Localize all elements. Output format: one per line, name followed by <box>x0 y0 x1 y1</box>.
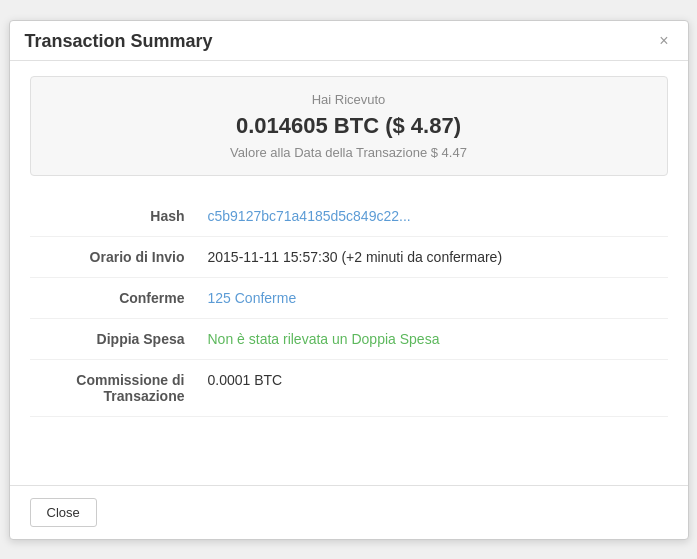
confirmations-value: 125 Conferme <box>200 277 668 318</box>
detail-row-double-spend: Dippia Spesa Non è stata rilevata un Dop… <box>30 318 668 359</box>
fee-value: 0.0001 BTC <box>200 359 668 416</box>
dialog-header: Transaction Summary × <box>10 21 688 61</box>
dialog-body: Hai Ricevuto 0.014605 BTC ($ 4.87) Valor… <box>10 61 688 432</box>
hash-value: c5b9127bc71a4185d5c849c22... <box>200 196 668 237</box>
detail-row-fee: Commissione diTransazione 0.0001 BTC <box>30 359 668 416</box>
time-value: 2015-11-11 15:57:30 (+2 minuti da confer… <box>200 236 668 277</box>
hash-link[interactable]: c5b9127bc71a4185d5c849c22... <box>208 208 411 224</box>
detail-row-hash: Hash c5b9127bc71a4185d5c849c22... <box>30 196 668 237</box>
summary-amount: 0.014605 BTC ($ 4.87) <box>46 113 652 139</box>
fee-label: Commissione diTransazione <box>30 359 200 416</box>
summary-box: Hai Ricevuto 0.014605 BTC ($ 4.87) Valor… <box>30 76 668 176</box>
dialog-footer: Close <box>10 485 688 539</box>
transaction-summary-dialog: Transaction Summary × Hai Ricevuto 0.014… <box>9 20 689 540</box>
confirmations-label: Conferme <box>30 277 200 318</box>
detail-row-time: Orario di Invio 2015-11-11 15:57:30 (+2 … <box>30 236 668 277</box>
time-label: Orario di Invio <box>30 236 200 277</box>
close-button[interactable]: Close <box>30 498 97 527</box>
received-label: Hai Ricevuto <box>46 92 652 107</box>
detail-row-confirmations: Conferme 125 Conferme <box>30 277 668 318</box>
dialog-title: Transaction Summary <box>25 31 213 52</box>
detail-table: Hash c5b9127bc71a4185d5c849c22... Orario… <box>30 196 668 417</box>
double-spend-value: Non è stata rilevata un Doppia Spesa <box>200 318 668 359</box>
summary-value-date: Valore alla Data della Transazione $ 4.4… <box>46 145 652 160</box>
hash-label: Hash <box>30 196 200 237</box>
close-x-button[interactable]: × <box>655 31 672 51</box>
double-spend-label: Dippia Spesa <box>30 318 200 359</box>
